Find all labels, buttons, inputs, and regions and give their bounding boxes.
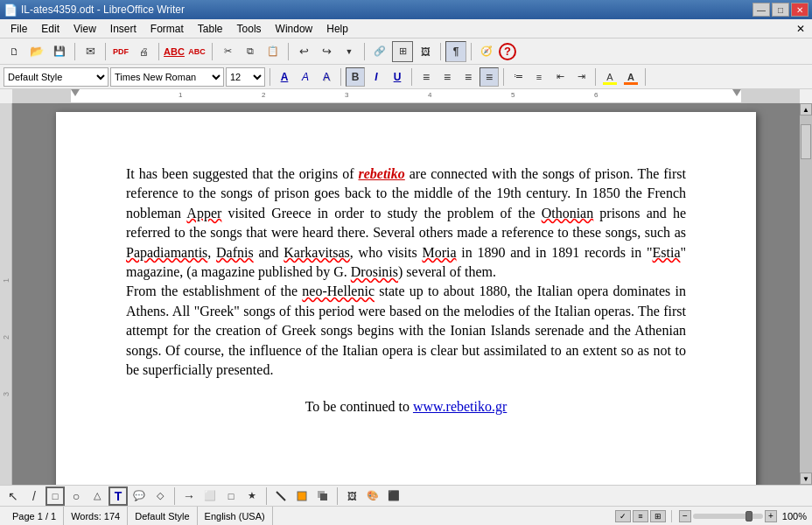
- select-tool-button[interactable]: ↖: [4, 486, 23, 506]
- open-button[interactable]: 📂: [26, 41, 47, 62]
- increase-indent-button[interactable]: ⇥: [571, 67, 591, 87]
- menu-insert[interactable]: Insert: [103, 21, 144, 37]
- zoom-in-button[interactable]: +: [765, 510, 777, 522]
- sep2: [105, 43, 106, 60]
- website-link[interactable]: www.rebetiko.gr: [413, 399, 507, 414]
- polygon-tool-button[interactable]: △: [88, 486, 107, 506]
- paste-button[interactable]: 📋: [262, 41, 284, 62]
- cut-button[interactable]: ✂: [217, 41, 238, 62]
- document-content[interactable]: It has been suggested that the origins o…: [126, 164, 686, 417]
- undo-button[interactable]: ↩: [293, 41, 314, 62]
- format-toolbar: Default Style Times New Roman 12 A A A B…: [0, 65, 812, 89]
- paragraph-2[interactable]: From the establishment of the neo-Hellen…: [126, 282, 686, 380]
- flowchart-button[interactable]: ⬜: [200, 486, 220, 506]
- right-scrollbar[interactable]: ▲ ▼: [800, 103, 812, 485]
- print-preview-button[interactable]: 🖨: [133, 41, 154, 62]
- copy-button[interactable]: ⧉: [240, 41, 261, 62]
- scroll-thumb[interactable]: [801, 124, 811, 159]
- basic-shapes-button[interactable]: ◇: [150, 486, 170, 506]
- align-right-button[interactable]: ≡: [458, 67, 478, 87]
- extrusion-button[interactable]: ⬛: [384, 486, 403, 506]
- email-button[interactable]: ✉: [80, 41, 101, 62]
- word-count: Words: 174: [64, 507, 128, 525]
- scroll-up-button[interactable]: ▲: [800, 103, 812, 116]
- font-shadow-A-button[interactable]: A: [317, 67, 336, 87]
- menu-edit[interactable]: Edit: [34, 21, 66, 37]
- text-tool-button[interactable]: T: [108, 486, 128, 506]
- font-dropdown[interactable]: Times New Roman: [110, 67, 224, 87]
- align-center-button[interactable]: ≡: [438, 67, 457, 87]
- shadow-button[interactable]: [313, 486, 332, 506]
- insert-picture-button[interactable]: 🖼: [415, 41, 436, 62]
- rect-tool-button[interactable]: □: [46, 486, 65, 506]
- doc-scroll[interactable]: It has been suggested that the origins o…: [12, 103, 800, 485]
- sep6: [364, 43, 365, 60]
- zoom-track[interactable]: [693, 514, 763, 519]
- align-justify-button[interactable]: ≡: [480, 67, 499, 87]
- ellipse-tool-button[interactable]: ○: [66, 486, 86, 506]
- menu-tools[interactable]: Tools: [230, 21, 269, 37]
- redo-button[interactable]: ↪: [316, 41, 337, 62]
- fill-color-button[interactable]: [292, 486, 312, 506]
- apper-word: Apper: [186, 206, 221, 220]
- close-doc-button[interactable]: ✕: [793, 23, 808, 35]
- scroll-down-button[interactable]: ▼: [800, 472, 812, 485]
- color-palette-button[interactable]: 🎨: [363, 486, 382, 506]
- document-page[interactable]: It has been suggested that the origins o…: [56, 112, 756, 485]
- underline-button[interactable]: U: [388, 67, 407, 87]
- menu-window[interactable]: Window: [269, 21, 320, 37]
- status-right: ✓ ≡ ⊞ − + 100%: [615, 510, 807, 522]
- highlight-button[interactable]: A: [600, 67, 620, 87]
- line-color-button[interactable]: [271, 486, 290, 506]
- zoom-thumb[interactable]: [746, 511, 752, 522]
- undo-list-button[interactable]: ▼: [339, 41, 360, 62]
- karkavitsas-word: Karkavitsas: [284, 245, 350, 260]
- decrease-indent-button[interactable]: ⇤: [550, 67, 570, 87]
- menu-file[interactable]: File: [4, 21, 34, 37]
- paragraph-1[interactable]: It has been suggested that the origins o…: [126, 164, 686, 282]
- font-color-button[interactable]: A: [621, 67, 640, 87]
- line-tool-button[interactable]: /: [24, 486, 44, 506]
- title-bar-buttons[interactable]: — □ ✕: [752, 3, 808, 17]
- main-area: 1 2 3 It has been suggested that the ori…: [0, 103, 812, 485]
- align-left-button[interactable]: ≡: [416, 67, 436, 87]
- bullets-button[interactable]: ≡: [529, 67, 549, 87]
- callout-tool-button[interactable]: 💬: [130, 486, 149, 506]
- close-button[interactable]: ✕: [791, 3, 808, 17]
- callout-shapes-button[interactable]: □: [221, 486, 241, 506]
- pdf-button[interactable]: PDF: [110, 41, 131, 62]
- autocorrect-button[interactable]: ABC: [186, 41, 207, 62]
- nonprinting-button[interactable]: ¶: [445, 41, 466, 62]
- italic-button[interactable]: I: [367, 67, 386, 87]
- svg-line-0: [276, 492, 285, 500]
- insert-image-button[interactable]: 🖼: [342, 486, 361, 506]
- maximize-button[interactable]: □: [772, 3, 789, 17]
- font-italic-A-button[interactable]: A: [296, 67, 315, 87]
- font-color-A-button[interactable]: A: [275, 67, 294, 87]
- navigator-button[interactable]: 🧭: [476, 41, 497, 62]
- star-shapes-button[interactable]: ★: [242, 486, 262, 506]
- menu-help[interactable]: Help: [319, 21, 355, 37]
- arrow-shapes-button[interactable]: →: [179, 486, 199, 506]
- zoom-out-button[interactable]: −: [679, 510, 691, 522]
- minimize-button[interactable]: —: [752, 3, 770, 17]
- save-button[interactable]: 💾: [49, 41, 70, 62]
- menu-format[interactable]: Format: [144, 21, 191, 37]
- rebetiko-link[interactable]: rebetiko: [358, 166, 404, 181]
- ruler-mark-5: 5: [511, 91, 514, 99]
- new-button[interactable]: 🗋: [4, 41, 24, 62]
- menu-view[interactable]: View: [66, 21, 103, 37]
- bold-button[interactable]: B: [346, 67, 365, 87]
- hyperlink-button[interactable]: 🔗: [369, 41, 390, 62]
- spellcheck-button[interactable]: ABC: [164, 41, 185, 62]
- fmt-sep1: [270, 68, 270, 86]
- zoom-bar: − + 100%: [679, 510, 807, 522]
- numbering-button[interactable]: ≔: [508, 67, 528, 87]
- menu-table[interactable]: Table: [191, 21, 230, 37]
- help-button[interactable]: ?: [499, 43, 516, 60]
- page-margin-indicator-2: 2: [2, 335, 10, 340]
- scroll-track[interactable]: [800, 116, 812, 472]
- style-dropdown[interactable]: Default Style: [4, 67, 108, 87]
- table-button[interactable]: ⊞: [392, 41, 413, 62]
- size-dropdown[interactable]: 12: [226, 67, 265, 87]
